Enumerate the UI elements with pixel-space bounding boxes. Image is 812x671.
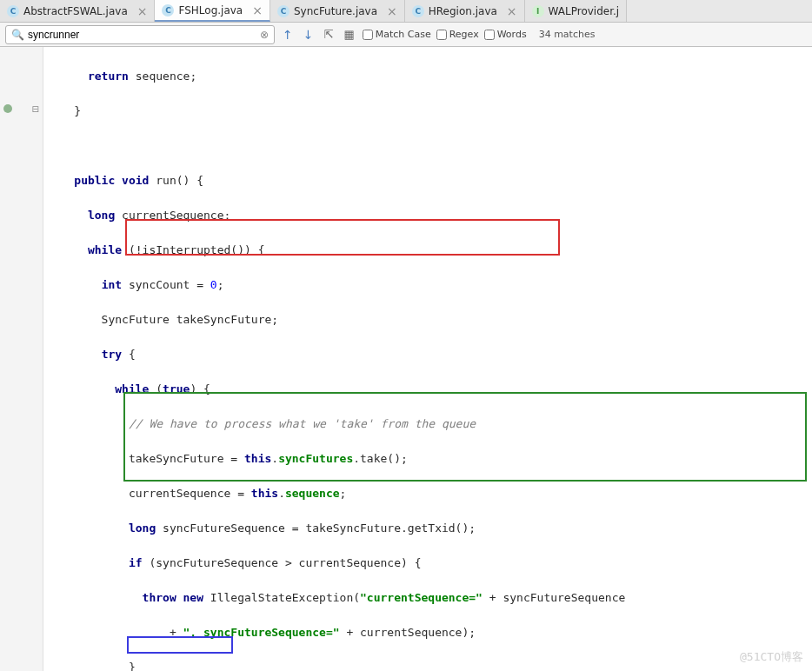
interface-icon: I [532, 5, 544, 17]
tab-label: FSHLog.java [178, 4, 243, 17]
class-icon: C [7, 5, 19, 17]
filter-icon[interactable]: ▦ [341, 28, 356, 41]
class-icon: C [412, 5, 424, 17]
tab-label: SyncFuture.java [294, 5, 377, 17]
export-icon[interactable]: ⇱ [321, 28, 336, 41]
regex-checkbox[interactable]: Regex [436, 29, 479, 40]
editor-tab-bar: C AbstractFSWAL.java × C FSHLog.java × C… [0, 0, 812, 23]
search-input[interactable] [28, 29, 256, 41]
tab-label: WALProvider.j [549, 5, 620, 17]
tab-hregion[interactable]: C HRegion.java × [405, 0, 525, 22]
tab-fshlog[interactable]: C FSHLog.java × [155, 0, 270, 22]
search-icon: 🔍 [11, 29, 24, 41]
clear-icon[interactable]: ⊗ [260, 29, 269, 41]
editor-gutter[interactable]: ⊟ [0, 47, 43, 671]
regex-label: Regex [449, 29, 479, 40]
match-case-checkbox[interactable]: Match Case [363, 29, 431, 40]
close-icon[interactable]: × [252, 3, 263, 17]
watermark: @51CTO博客 [740, 648, 803, 666]
close-icon[interactable]: × [387, 4, 397, 18]
words-input[interactable] [484, 30, 495, 40]
editor-area: ⊟ return sequence; } public void run() {… [0, 47, 812, 671]
tab-label: HRegion.java [429, 5, 497, 17]
regex-input[interactable] [436, 30, 447, 40]
match-count: 34 matches [539, 29, 596, 40]
tab-abstractfswal[interactable]: C AbstractFSWAL.java × [0, 0, 155, 22]
find-toolbar: 🔍 ⊗ ↑ ↓ ⇱ ▦ Match Case Regex Words 34 ma… [0, 23, 812, 47]
tab-syncfuture[interactable]: C SyncFuture.java × [270, 0, 405, 22]
code-area[interactable]: return sequence; } public void run() { l… [43, 47, 812, 671]
tab-walprovider[interactable]: I WALProvider.j [525, 0, 628, 22]
close-icon[interactable]: × [137, 4, 148, 18]
prev-match-button[interactable]: ↑ [280, 28, 296, 42]
next-match-button[interactable]: ↓ [301, 28, 316, 42]
highlight-blue [127, 636, 233, 654]
class-icon: C [277, 5, 290, 17]
words-checkbox[interactable]: Words [484, 29, 527, 40]
close-icon[interactable]: × [507, 4, 517, 18]
class-icon: C [162, 4, 174, 17]
match-case-label: Match Case [376, 29, 431, 40]
words-label: Words [497, 29, 527, 40]
search-field-wrap: 🔍 ⊗ [5, 25, 275, 44]
fold-icon[interactable]: ⊟ [32, 104, 39, 114]
highlight-green [123, 392, 807, 482]
gutter-marker[interactable] [3, 104, 12, 113]
highlight-red [125, 219, 560, 256]
match-case-input[interactable] [363, 30, 373, 40]
tab-label: AbstractFSWAL.java [23, 5, 128, 17]
